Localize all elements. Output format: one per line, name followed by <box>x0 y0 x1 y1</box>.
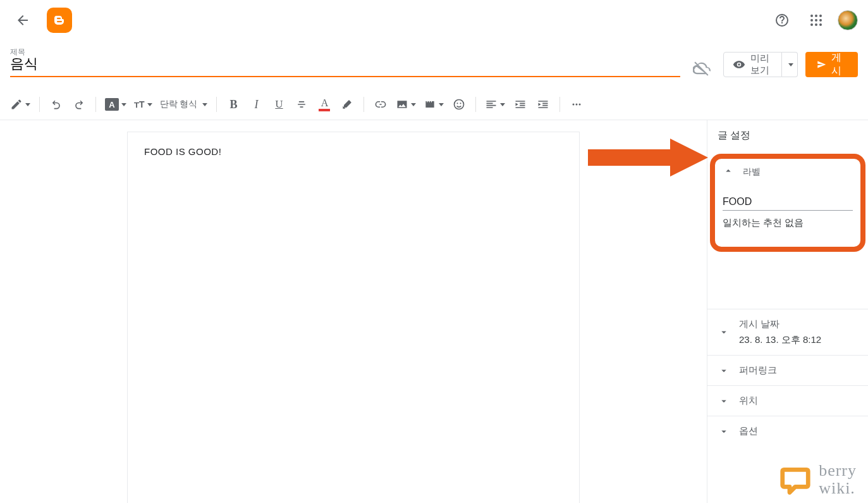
title-block: 제목 <box>10 47 680 77</box>
help-icon <box>774 13 790 28</box>
svg-point-3 <box>810 15 813 17</box>
chevron-down-icon <box>121 103 126 106</box>
svg-point-8 <box>819 19 822 22</box>
title-input[interactable] <box>10 47 680 77</box>
chevron-down-icon <box>788 63 793 66</box>
options-label: 옵션 <box>739 425 758 437</box>
publish-date-label: 게시 날짜 <box>739 318 821 330</box>
svg-point-5 <box>819 15 822 17</box>
underline-button[interactable]: U <box>269 94 289 115</box>
video-icon <box>424 98 436 111</box>
svg-point-10 <box>815 23 817 26</box>
font-family-button[interactable]: A <box>102 94 129 115</box>
svg-point-15 <box>573 104 575 106</box>
pencil-icon <box>10 98 23 111</box>
sidebar-title: 글 설정 <box>707 129 868 154</box>
toolbar-separator <box>95 97 96 112</box>
chevron-down-icon <box>718 426 730 437</box>
blogger-logo-icon <box>52 13 67 28</box>
chevron-down-icon <box>147 103 152 106</box>
permalink-label: 퍼머링크 <box>739 364 777 376</box>
svg-point-16 <box>576 104 578 106</box>
undo-icon <box>50 98 63 111</box>
account-avatar[interactable] <box>838 10 858 30</box>
more-button[interactable] <box>566 94 587 115</box>
insert-video-button[interactable] <box>421 94 446 115</box>
chevron-down-icon <box>718 395 730 407</box>
toolbar-separator <box>39 97 40 112</box>
back-button[interactable] <box>10 8 35 33</box>
align-button[interactable] <box>482 94 508 115</box>
app-header <box>0 0 868 40</box>
help-button[interactable] <box>769 8 795 33</box>
strikethrough-button[interactable] <box>291 94 312 115</box>
highlight-color-button[interactable] <box>337 94 357 115</box>
text-color-icon: A <box>319 98 330 111</box>
chevron-down-icon <box>25 103 30 106</box>
svg-point-6 <box>810 19 813 22</box>
visibility-off-indicator <box>693 59 711 77</box>
send-icon <box>817 58 826 71</box>
labels-panel-body: FOOD 일치하는 추천 없음 <box>715 185 860 229</box>
preview-button[interactable]: 미리보기 <box>723 52 782 77</box>
cloud-off-icon <box>693 59 711 77</box>
apps-grid-icon <box>810 14 822 27</box>
insert-link-button[interactable] <box>370 94 391 115</box>
redo-icon <box>73 98 85 111</box>
location-panel[interactable]: 위치 <box>707 385 868 416</box>
svg-point-17 <box>579 104 581 106</box>
toolbar-separator <box>559 97 560 112</box>
italic-button[interactable]: I <box>246 94 266 115</box>
svg-point-11 <box>819 23 822 26</box>
bold-button[interactable]: B <box>223 94 243 115</box>
header-left <box>10 8 72 33</box>
location-label: 위치 <box>739 395 758 407</box>
paragraph-format-button[interactable]: 단락 형식 <box>157 94 211 115</box>
outdent-icon <box>514 98 527 111</box>
toolbar-separator <box>364 97 364 112</box>
text-color-button[interactable]: A <box>314 94 334 115</box>
preview-button-label: 미리보기 <box>750 53 773 77</box>
arrow-left-icon <box>15 13 30 28</box>
redo-button[interactable] <box>69 94 89 115</box>
svg-point-9 <box>810 23 813 26</box>
toolbar-separator <box>475 97 476 112</box>
action-buttons: 미리보기 게시 <box>723 52 858 77</box>
preview-dropdown[interactable] <box>782 52 798 77</box>
chevron-up-icon <box>723 165 734 178</box>
compose-mode-button[interactable] <box>8 94 33 115</box>
publish-date-value: 23. 8. 13. 오후 8:12 <box>739 334 821 346</box>
options-panel[interactable]: 옵션 <box>707 416 868 446</box>
insert-image-button[interactable] <box>393 94 419 115</box>
emoji-icon <box>453 98 465 111</box>
svg-point-12 <box>455 100 464 109</box>
publish-button[interactable]: 게시 <box>805 52 858 77</box>
outdent-button[interactable] <box>510 94 530 115</box>
undo-button[interactable] <box>46 94 66 115</box>
blogger-logo[interactable] <box>47 8 72 33</box>
font-size-button[interactable]: ᴛT <box>131 94 155 115</box>
svg-point-13 <box>457 102 458 104</box>
editor-wrap: FOOD IS GOOD! <box>0 120 707 503</box>
strikethrough-icon <box>295 98 308 111</box>
link-icon <box>374 98 387 111</box>
insert-emoji-button[interactable] <box>449 94 469 115</box>
svg-point-4 <box>815 15 817 17</box>
chevron-down-icon <box>439 103 444 106</box>
labels-input[interactable]: FOOD <box>723 196 853 211</box>
publish-date-panel[interactable]: 게시 날짜 23. 8. 13. 오후 8:12 <box>707 309 868 355</box>
font-size-icon: ᴛT <box>134 99 145 109</box>
indent-button[interactable] <box>533 94 553 115</box>
more-horizontal-icon <box>570 98 583 111</box>
apps-button[interactable] <box>804 8 829 33</box>
svg-point-14 <box>460 102 462 104</box>
align-left-icon <box>485 98 498 111</box>
chevron-down-icon <box>500 103 505 106</box>
chevron-down-icon <box>411 103 416 106</box>
labels-panel-header[interactable]: 라벨 <box>715 159 860 185</box>
permalink-panel[interactable]: 퍼머링크 <box>707 355 868 385</box>
highlighter-icon <box>341 98 353 111</box>
title-bar: 제목 미리보기 게시 <box>0 40 868 77</box>
svg-rect-0 <box>57 18 61 19</box>
post-editor[interactable]: FOOD IS GOOD! <box>127 132 580 503</box>
